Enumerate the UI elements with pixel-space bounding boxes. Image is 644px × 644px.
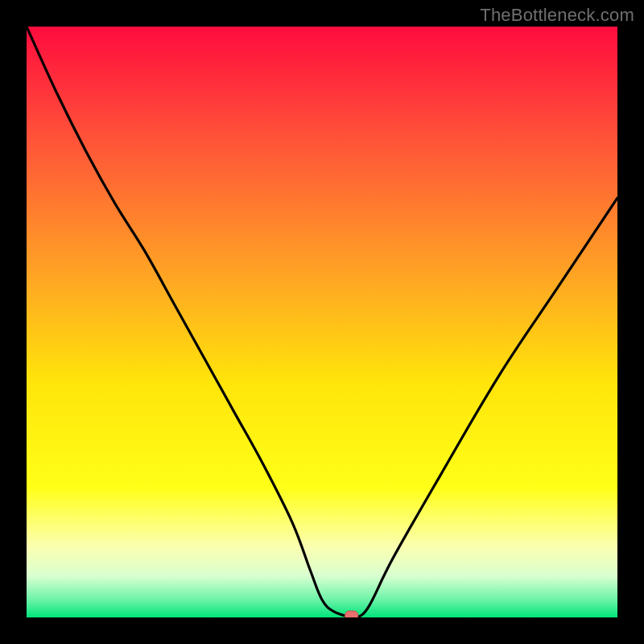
gradient-background [27, 27, 617, 617]
plot-area [27, 27, 617, 617]
chart-frame: TheBottleneck.com [0, 0, 644, 644]
optimal-point-marker [345, 611, 358, 617]
chart-svg [27, 27, 617, 617]
watermark-text: TheBottleneck.com [480, 5, 634, 26]
